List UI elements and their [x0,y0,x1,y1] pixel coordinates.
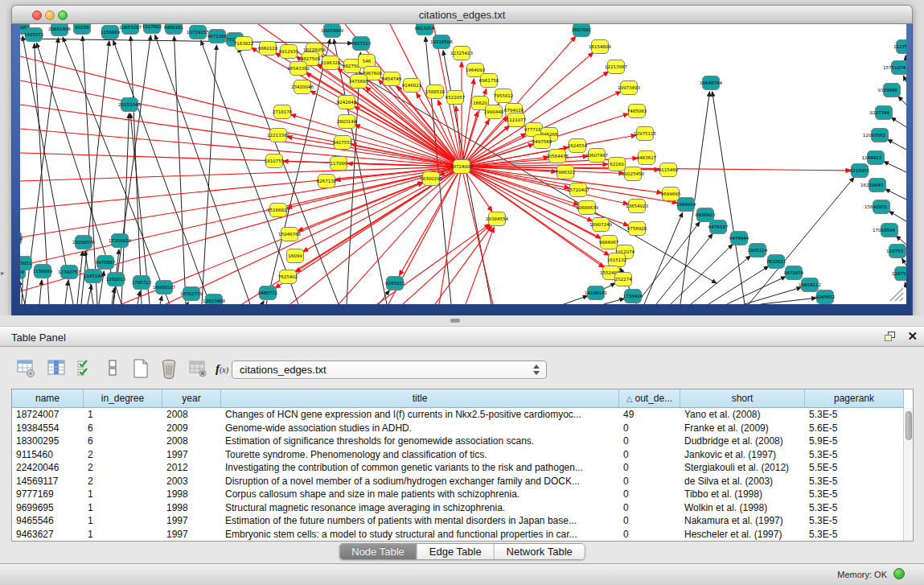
graph-node[interactable]: 1527602 [142,24,162,34]
graph-node[interactable]: 10719155 [187,26,209,39]
graph-node[interactable]: 8215955 [850,164,870,178]
network-window-titlebar[interactable]: citations_edges.txt [11,5,913,24]
graph-edge[interactable] [604,299,624,304]
graph-node[interactable]: 9474444 [729,232,749,245]
graph-node[interactable]: 8454749 [382,72,402,86]
graph-edge[interactable] [377,224,490,304]
graph-node[interactable]: 16648784 [700,76,722,90]
graph-node[interactable]: 20564436 [546,150,569,163]
graph-node[interactable]: 9146821 [402,79,422,93]
graph-node[interactable]: 12325413 [450,47,473,60]
delete-table-icon[interactable] [158,358,179,379]
graph-node[interactable]: 1405572 [24,28,44,42]
graph-node[interactable]: 9485771 [258,286,278,300]
graph-node[interactable]: 1733426 [623,290,643,303]
graph-edge[interactable] [905,282,906,288]
graph-node[interactable]: 20206576 [72,236,95,249]
graph-edge[interactable] [462,167,493,304]
graph-edge[interactable] [888,139,906,150]
graph-node[interactable]: 9756928 [627,222,647,236]
graph-edge[interactable] [113,40,210,304]
graph-node[interactable]: 9699695 [661,187,681,201]
graph-edge[interactable] [166,183,423,304]
graph-edge[interactable] [262,301,264,304]
tab-edge-table[interactable]: Edge Table [417,544,494,559]
graph-node[interactable]: 12923468 [203,295,225,305]
graph-edge[interactable] [20,39,352,43]
graph-node[interactable]: 8186328 [321,56,341,70]
graph-node[interactable]: 116753 [892,267,906,281]
graph-edge[interactable] [466,227,494,304]
graph-node[interactable]: 6961758 [479,74,499,88]
graph-edge[interactable] [242,167,462,304]
graph-node[interactable]: 93159 [20,266,26,279]
graph-node[interactable]: 116753 [886,245,906,258]
graph-node[interactable]: 15692971 [864,200,890,214]
graph-node[interactable]: 17359928 [109,234,131,248]
graph-edge[interactable] [174,36,186,304]
graph-node[interactable]: 10607487 [585,149,608,163]
graph-node[interactable]: 16033809 [321,24,343,38]
column-header-out_de[interactable]: △out_de... [619,389,680,408]
table-row[interactable]: 1872400712008Changes of HCN gene express… [12,408,904,422]
column-header-in_degree[interactable]: in_degree [84,389,162,408]
graph-node[interactable]: 12342757 [58,266,80,279]
scrollbar-thumb[interactable] [906,411,912,440]
graph-node[interactable]: 16099 [287,249,304,263]
table-row[interactable]: 1830029562008Estimation of significance … [12,435,904,448]
delete-column-icon[interactable] [187,358,208,379]
panel-expander-icon[interactable]: ▸ [1,269,5,277]
column-header-pagerank[interactable]: pagerank [805,389,904,408]
graph-node[interactable]: 1624554 [568,139,588,153]
graph-node[interactable]: 10688639 [576,201,598,215]
graph-node[interactable]: 2718176 [273,105,293,119]
graph-node[interactable]: 7163822 [234,37,254,51]
table-selector-dropdown[interactable]: citations_edges.txt [232,360,547,379]
graph-node[interactable]: 9242848 [337,96,357,109]
graph-node[interactable]: 9975887 [96,256,116,270]
graph-node[interactable]: 546 [359,55,376,68]
graph-node[interactable]: 15751074 [883,61,906,75]
tab-network-table[interactable]: Network Table [494,544,585,559]
graph-edge[interactable] [20,129,462,167]
graph-edge[interactable] [462,79,474,167]
selection-checks-icon[interactable] [76,358,97,379]
graph-node[interactable]: 1145194 [84,270,104,283]
graph-node[interactable]: 9245022 [385,277,405,290]
graph-edge[interactable] [187,302,188,304]
graph-node[interactable]: 1121077 [507,113,527,127]
graph-node[interactable]: 20891406 [48,24,71,36]
graph-node[interactable]: 13654923 [626,200,648,213]
graph-node[interactable]: 12213987 [605,60,627,74]
graph-node[interactable]: 12213389 [267,129,290,142]
graph-node[interactable]: 18907249 [589,218,612,232]
resize-grip-icon[interactable] [887,285,905,303]
graph-node[interactable]: 12975115 [634,127,656,141]
graph-node[interactable]: 2803144 [337,115,357,129]
graph-node[interactable]: 9227349 [870,106,893,120]
graph-node[interactable]: 111753 [893,40,906,54]
graph-node[interactable]: 16154808 [589,40,611,54]
graph-node[interactable]: 9115460 [659,163,679,177]
graph-edge[interactable] [761,298,816,304]
graph-node[interactable]: 7955812 [494,89,514,103]
column-header-short[interactable]: short [680,389,805,408]
graph-node[interactable]: 8427552 [333,136,353,150]
graph-node[interactable]: 6479197 [708,220,729,234]
graph-node[interactable]: 16782759 [180,287,203,301]
graph-node[interactable]: 10973493 [618,81,640,95]
graph-node[interactable]: 8912935 [279,45,299,59]
graph-node[interactable]: 252274 [615,273,632,286]
graph-node[interactable]: 15720407 [567,183,589,197]
memory-status-icon[interactable] [893,568,905,579]
row-height-icon[interactable] [103,358,124,379]
graph-node[interactable]: 1990448 [484,105,504,119]
graph-node[interactable]: 1156869 [101,26,121,39]
graph-node[interactable]: 1840954 [676,198,696,212]
graph-node[interactable]: 19384554 [486,212,508,226]
graph-edge[interactable] [20,167,462,209]
graph-edge[interactable] [903,76,906,82]
graph-edge[interactable] [885,189,906,200]
graph-node[interactable]: 7625402 [278,270,298,284]
graph-edge[interactable] [155,35,250,304]
